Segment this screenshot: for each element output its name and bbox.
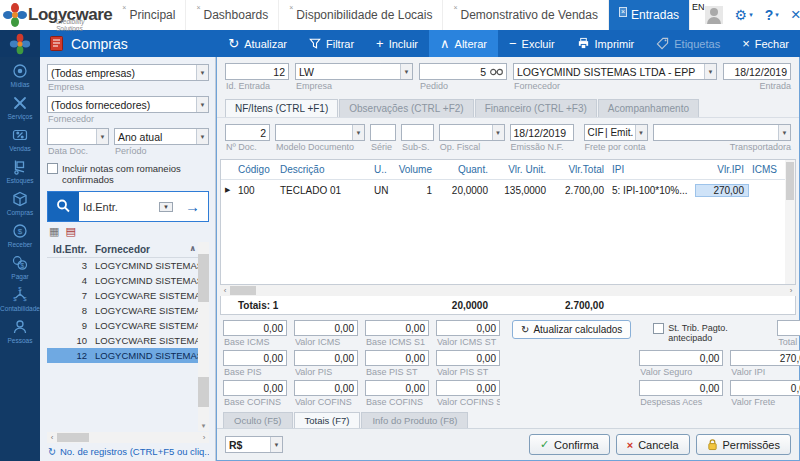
valor-icms-field[interactable]: 0,00 <box>294 320 358 336</box>
entrada-date-field[interactable]: 18/12/2019 <box>723 63 791 80</box>
tab-disponibilidade[interactable]: × Disponibilidade de Locais <box>279 0 443 30</box>
help-button[interactable]: ? ▾ <box>765 7 779 23</box>
cancel-button[interactable]: × Cancela <box>616 434 690 455</box>
results-horizontal-scrollbar[interactable]: ‹ › <box>47 432 209 443</box>
romaneios-checkbox-row[interactable]: Incluir notas com romaneios confirmados <box>47 163 209 185</box>
sidebar-item-pessoas[interactable]: Pessoas <box>8 318 33 344</box>
tab-oculto[interactable]: Oculto (F5) <box>223 412 293 428</box>
export-icon[interactable]: ▤ <box>65 225 75 238</box>
tab-demonstrativo[interactable]: × Demonstrativo de Vendas <box>443 0 609 30</box>
refresh-button[interactable]: ↻ Atualizar <box>217 30 298 57</box>
table-row-selected[interactable]: 12 LOGYCMIND SISTEMAS LT <box>47 348 198 363</box>
transportadora-select[interactable]: ▼ <box>653 124 791 141</box>
empresa-record-select[interactable]: LW ▼ <box>295 63 413 80</box>
add-button[interactable]: + Incluir <box>365 30 429 57</box>
scroll-left-icon[interactable]: ‹ <box>47 433 57 442</box>
sidebar-item-pagar[interactable]: $ Pagar <box>11 254 29 280</box>
sidebar-item-contabilidade[interactable]: $ $ $ Contabilidade <box>0 286 40 312</box>
tab-observacoes[interactable]: Observações (CTRL +F2) <box>339 99 473 117</box>
items-vertical-scrollbar[interactable] <box>785 160 795 284</box>
valor-seguro-field[interactable]: 0,00 <box>639 350 723 366</box>
valor-pis-field[interactable]: 0,00 <box>294 350 358 366</box>
scroll-right-icon[interactable]: › <box>199 433 209 442</box>
serie-field[interactable] <box>370 124 396 141</box>
col-id-entr[interactable]: Id.Entr. <box>47 244 87 255</box>
filter-button[interactable]: Filtrar <box>298 30 365 57</box>
romaneios-checkbox[interactable] <box>47 163 58 174</box>
frete-select[interactable]: CIF | Emit. ▼ <box>584 124 648 141</box>
n-doc-field[interactable]: 2 <box>225 124 270 141</box>
window-close-button[interactable]: × <box>791 5 800 25</box>
col-vlr-unit[interactable]: Vlr. Unit. <box>492 164 550 175</box>
search-go-button[interactable]: → <box>177 198 208 215</box>
table-row[interactable]: 7 LOGYCWARE SISTEMAS L <box>47 288 198 303</box>
total-itens-field[interactable]: 2.700,00 <box>777 320 800 336</box>
app-menu-button[interactable] <box>0 30 40 57</box>
confirm-button[interactable]: ✓ Confirma <box>529 434 610 455</box>
delete-button[interactable]: − Excluir <box>498 30 566 57</box>
valor-icms-st-field[interactable]: 0,00 <box>436 320 500 336</box>
sort-asc-icon[interactable]: ∧ <box>190 244 199 255</box>
base-pis-st-field[interactable]: 0,00 <box>365 350 429 366</box>
valor-frete-field[interactable]: 0,00 <box>730 380 800 396</box>
scroll-left-icon[interactable]: ‹ <box>220 286 230 295</box>
currency-select[interactable]: R$ ▼ <box>225 436 283 453</box>
search-input[interactable]: Id.Entr. ▼ <box>79 201 177 213</box>
search-field-dropdown[interactable]: ▼ <box>159 202 173 212</box>
tab-entradas[interactable]: × Entradas <box>609 0 690 30</box>
emissao-field[interactable]: 18/12/2019 <box>510 124 574 141</box>
tab-info-produto[interactable]: Info do Produto (F8) <box>361 412 468 428</box>
table-row[interactable]: 8 LOGYCWARE SISTEMAS L <box>47 303 198 318</box>
edit-button[interactable]: ∧ Alterar <box>429 30 498 57</box>
table-row[interactable]: 10 LOGYCWARE SISTEMAS L <box>47 333 198 348</box>
col-icms[interactable]: ICMS <box>748 164 784 175</box>
items-horizontal-scrollbar[interactable]: ‹ › <box>220 285 796 296</box>
close-module-button[interactable]: × Fechar <box>731 30 800 57</box>
st-trib-checkbox[interactable] <box>653 323 664 334</box>
record-count-link[interactable]: ↻ No. de registros (CTRL+F5 ou cliq... <box>47 443 209 457</box>
despesas-field[interactable]: 0,00 <box>639 380 723 396</box>
labels-button[interactable]: Etiquetas <box>645 30 731 57</box>
tab-totais[interactable]: Totais (F7) <box>294 412 361 428</box>
sidebar-item-receber[interactable]: $ Receber <box>8 222 33 248</box>
results-vertical-scrollbar[interactable]: ▾ <box>198 242 209 431</box>
table-row[interactable]: 4 LOGYCMIND SISTEMAS LT <box>47 273 198 288</box>
col-codigo[interactable]: Código <box>234 164 276 175</box>
binoculars-icon[interactable] <box>490 67 503 77</box>
col-ipi[interactable]: IPI <box>608 164 696 175</box>
scroll-down-icon[interactable]: ▾ <box>198 421 209 431</box>
base-cofins-field[interactable]: 0,00 <box>223 380 287 396</box>
col-fornecedor[interactable]: Fornecedor <box>87 244 190 255</box>
col-vlr-ipi[interactable]: Vlr.IPI <box>696 164 748 175</box>
sidebar-item-servicos[interactable]: Serviços <box>8 94 33 120</box>
tab-close-icon[interactable]: × <box>196 4 200 11</box>
empresa-select[interactable]: (Todas empresas) ▼ <box>47 64 209 81</box>
valor-pis-st-field[interactable]: 0,00 <box>436 350 500 366</box>
tab-dashboards[interactable]: × Dashboards <box>186 0 279 30</box>
table-row[interactable]: 9 LOGYCWARE SISTEMAS L <box>47 318 198 333</box>
valor-cofins-field[interactable]: 0,00 <box>294 380 358 396</box>
fornecedor-select[interactable]: (Todos fornecedores) ▼ <box>47 96 209 113</box>
valor-cofins-st-field[interactable]: 0,00 <box>436 380 500 396</box>
periodo-select[interactable]: Ano atual ▼ <box>114 128 209 145</box>
sub-s-field[interactable] <box>401 124 434 141</box>
col-unidade[interactable]: U.. <box>370 164 394 175</box>
id-entrada-field[interactable]: 12 <box>225 63 289 80</box>
col-descricao[interactable]: Descrição <box>276 164 370 175</box>
tab-nf-itens[interactable]: NF/Itens (CTRL +F1) <box>225 99 338 117</box>
tab-close-icon[interactable]: × <box>619 7 627 17</box>
tab-financeiro[interactable]: Financeiro (CTRL +F3) <box>475 99 597 117</box>
item-vlr-ipi-selected-cell[interactable]: 270,00 <box>696 185 748 196</box>
base-pis-field[interactable]: 0,00 <box>223 350 287 366</box>
user-avatar[interactable] <box>705 6 723 24</box>
col-volume[interactable]: Volume <box>394 164 436 175</box>
sidebar-item-estoques[interactable]: Estoques <box>6 158 33 184</box>
base-icms-st-field[interactable]: 0,00 <box>365 320 429 336</box>
st-trib-checkbox-row[interactable]: St. Trib. Pagto. antecipado <box>639 320 730 350</box>
base-icms-field[interactable]: 0,00 <box>223 320 287 336</box>
col-vlr-total[interactable]: Vlr.Total <box>550 164 608 175</box>
tab-close-icon[interactable]: × <box>122 4 126 11</box>
fornecedor-record-select[interactable]: LOGYCMIND SISTEMAS LTDA - EPP ▼ <box>513 63 717 80</box>
col-quant[interactable]: Quant. <box>436 164 492 175</box>
tab-close-icon[interactable]: × <box>453 4 457 11</box>
